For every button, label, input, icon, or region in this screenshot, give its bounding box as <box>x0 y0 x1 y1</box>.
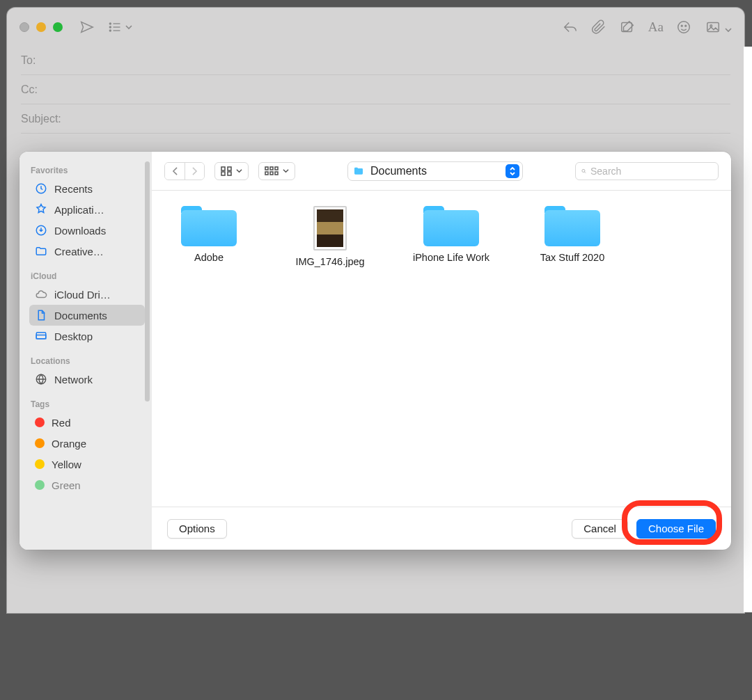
location-popup[interactable]: Documents <box>347 161 523 181</box>
sidebar-item-label: iCloud Dri… <box>54 289 111 301</box>
search-field[interactable] <box>575 162 719 180</box>
sidebar-tag-green[interactable]: Green <box>29 475 145 495</box>
sidebar-tag-red[interactable]: Red <box>29 412 145 433</box>
sidebar-item-label: Documents <box>54 310 107 321</box>
file-label: Adobe <box>194 252 224 263</box>
svg-rect-15 <box>36 335 46 339</box>
sidebar-item-label: Desktop <box>54 331 93 342</box>
svg-rect-23 <box>275 167 278 170</box>
tag-dot-icon <box>35 459 45 469</box>
nav-back-forward <box>164 162 205 180</box>
tag-dot-icon <box>35 480 45 490</box>
svg-rect-19 <box>221 172 225 175</box>
back-button[interactable] <box>165 163 185 180</box>
svg-rect-17 <box>221 167 225 170</box>
file-label: IMG_1746.jpeg <box>295 256 364 267</box>
file-item-folder[interactable]: iPhone Life Work <box>407 206 496 263</box>
svg-rect-26 <box>275 172 278 175</box>
sidebar-item-label: Creative… <box>54 246 104 257</box>
bottom-bar: Options Cancel Choose File <box>152 507 731 550</box>
svg-rect-21 <box>265 167 268 170</box>
sidebar-tag-yellow[interactable]: Yellow <box>29 454 145 475</box>
tag-dot-icon <box>35 438 45 448</box>
sidebar-item-desktop[interactable]: Desktop <box>29 326 145 347</box>
sidebar-item-applications[interactable]: Applicati… <box>29 199 145 220</box>
search-icon <box>581 166 586 176</box>
sidebar-header-locations: Locations <box>31 356 143 366</box>
svg-rect-22 <box>270 167 273 170</box>
cloud-icon <box>35 288 47 301</box>
sidebar-item-label: Recents <box>54 183 93 195</box>
clock-icon <box>35 182 47 195</box>
sidebar-item-downloads[interactable]: Downloads <box>29 220 145 241</box>
sidebar-item-label: Downloads <box>54 225 106 237</box>
group-mode-button[interactable] <box>258 162 295 180</box>
folder-icon <box>35 245 47 257</box>
file-open-panel: Favorites Recents Applicati… Downloads C… <box>19 152 731 550</box>
apps-icon <box>35 203 47 216</box>
file-item-folder[interactable]: Adobe <box>164 206 253 263</box>
sidebar-item-label: Applicati… <box>54 204 104 216</box>
svg-rect-24 <box>265 172 268 175</box>
sidebar: Favorites Recents Applicati… Downloads C… <box>19 152 152 550</box>
sidebar-item-label: Orange <box>52 438 86 450</box>
image-thumbnail <box>313 206 347 250</box>
chevron-down-icon <box>283 168 289 174</box>
desktop-icon <box>35 330 47 342</box>
file-label: Tax Stuff 2020 <box>540 252 604 263</box>
file-item-image[interactable]: IMG_1746.jpeg <box>285 206 375 267</box>
updown-icon <box>506 164 519 178</box>
view-mode-icons[interactable] <box>214 162 249 180</box>
file-grid[interactable]: Adobe IMG_1746.jpeg iPhone Life Work Tax… <box>152 191 731 507</box>
svg-rect-20 <box>228 172 231 175</box>
file-label: iPhone Life Work <box>413 252 489 263</box>
svg-rect-25 <box>270 172 273 175</box>
globe-icon <box>35 373 47 385</box>
folder-icon <box>352 166 365 177</box>
sidebar-scrollbar[interactable] <box>145 161 150 401</box>
svg-point-27 <box>582 169 585 172</box>
sidebar-item-label: Red <box>52 417 71 429</box>
sidebar-item-recents[interactable]: Recents <box>29 178 145 199</box>
sidebar-header-tags: Tags <box>31 399 143 409</box>
chevron-down-icon <box>236 168 242 174</box>
sidebar-item-label: Network <box>54 374 93 385</box>
folder-large-icon <box>181 206 237 246</box>
location-label: Documents <box>370 165 500 177</box>
document-icon <box>35 309 47 321</box>
sidebar-header-favorites: Favorites <box>31 166 143 175</box>
file-item-folder[interactable]: Tax Stuff 2020 <box>528 206 617 263</box>
background-window-edge <box>744 47 752 612</box>
toolbar: Documents <box>152 152 731 191</box>
sidebar-item-label: Green <box>52 479 81 491</box>
search-input[interactable] <box>590 166 712 177</box>
main-pane: Documents Adobe IMG_1746.jpeg iPhone Lif… <box>152 152 731 550</box>
sidebar-item-icloud-drive[interactable]: iCloud Dri… <box>29 284 145 305</box>
sidebar-item-network[interactable]: Network <box>29 369 145 390</box>
cancel-button[interactable]: Cancel <box>572 519 628 539</box>
folder-large-icon <box>545 206 600 246</box>
tag-dot-icon <box>35 417 45 427</box>
download-icon <box>35 224 47 237</box>
options-button[interactable]: Options <box>167 519 227 539</box>
sidebar-item-creative[interactable]: Creative… <box>29 241 145 262</box>
sidebar-item-documents[interactable]: Documents <box>29 305 145 326</box>
folder-large-icon <box>423 206 479 246</box>
choose-file-button[interactable]: Choose File <box>636 519 716 539</box>
sidebar-header-icloud: iCloud <box>31 271 143 281</box>
sidebar-tag-orange[interactable]: Orange <box>29 433 145 454</box>
sidebar-item-label: Yellow <box>52 459 81 470</box>
forward-button[interactable] <box>185 163 204 180</box>
svg-rect-18 <box>228 167 231 170</box>
